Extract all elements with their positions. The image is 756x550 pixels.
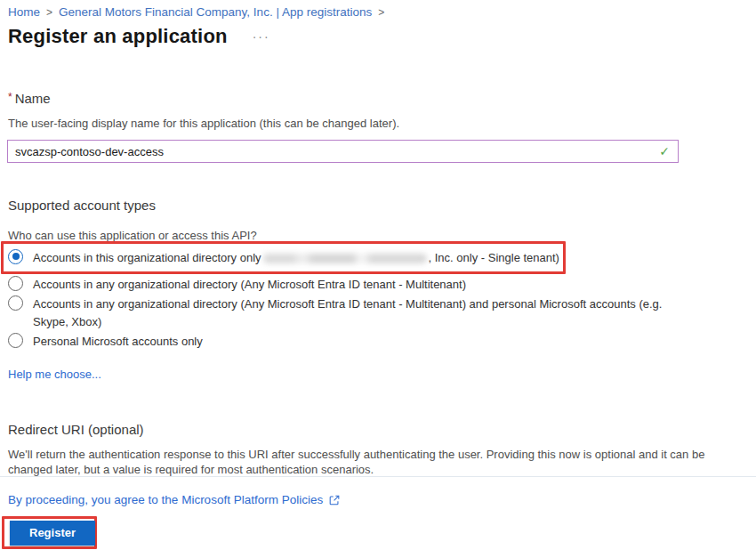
- account-types-question: Who can use this application or access t…: [8, 229, 257, 242]
- breadcrumb-app-registrations-link[interactable]: General Motors Financial Company, Inc. |…: [59, 5, 372, 19]
- radio-label-multitenant[interactable]: Accounts in any organizational directory…: [33, 276, 466, 294]
- more-options-icon[interactable]: ···: [253, 29, 270, 44]
- radio-option-personal-only[interactable]: Personal Microsoft accounts only: [8, 333, 203, 351]
- radio-option-multitenant-personal[interactable]: Accounts in any organizational directory…: [8, 295, 684, 331]
- external-link-icon: [328, 494, 341, 506]
- help-me-choose-link[interactable]: Help me choose...: [8, 368, 101, 381]
- redirect-uri-description: We'll return the authentication response…: [8, 448, 736, 477]
- radio-button-multitenant-personal[interactable]: [8, 295, 23, 311]
- title-row: Register an application ···: [8, 25, 270, 48]
- radio-option-multitenant[interactable]: Accounts in any organizational directory…: [8, 276, 466, 294]
- register-button[interactable]: Register: [10, 521, 95, 546]
- required-asterisk: *: [8, 91, 12, 103]
- name-field-hint: The user-facing display name for this ap…: [8, 117, 399, 130]
- radio-label-single-tenant[interactable]: Accounts in this organizational director…: [33, 249, 559, 267]
- annotation-highlight-register: Register: [2, 516, 97, 549]
- redacted-tenant-name: [263, 254, 427, 263]
- radio-option-single-tenant[interactable]: Accounts in this organizational director…: [8, 249, 559, 267]
- radio-label-personal-only[interactable]: Personal Microsoft accounts only: [33, 333, 203, 351]
- annotation-highlight-single-tenant: Accounts in this organizational director…: [1, 241, 566, 274]
- valid-check-icon: ✓: [659, 144, 678, 158]
- breadcrumb: Home>General Motors Financial Company, I…: [8, 5, 390, 19]
- redirect-uri-heading: Redirect URI (optional): [8, 422, 144, 437]
- radio-button-personal-only[interactable]: [8, 333, 23, 348]
- page-title: Register an application: [8, 25, 228, 48]
- breadcrumb-home-link[interactable]: Home: [8, 5, 40, 19]
- platform-policies-link[interactable]: By proceeding, you agree to the Microsof…: [8, 493, 323, 506]
- radio-button-single-tenant[interactable]: [8, 249, 23, 264]
- breadcrumb-separator: >: [378, 6, 384, 19]
- radio-button-multitenant[interactable]: [8, 276, 23, 291]
- name-input-container: ✓: [7, 140, 679, 163]
- radio-label-multitenant-personal[interactable]: Accounts in any organizational directory…: [33, 295, 684, 331]
- supported-account-types-heading: Supported account types: [8, 198, 156, 213]
- policy-row: By proceeding, you agree to the Microsof…: [8, 493, 341, 506]
- name-field-label: *Name: [8, 91, 51, 106]
- name-input[interactable]: [8, 145, 659, 158]
- breadcrumb-separator: >: [46, 6, 52, 19]
- footer-divider: [0, 476, 756, 477]
